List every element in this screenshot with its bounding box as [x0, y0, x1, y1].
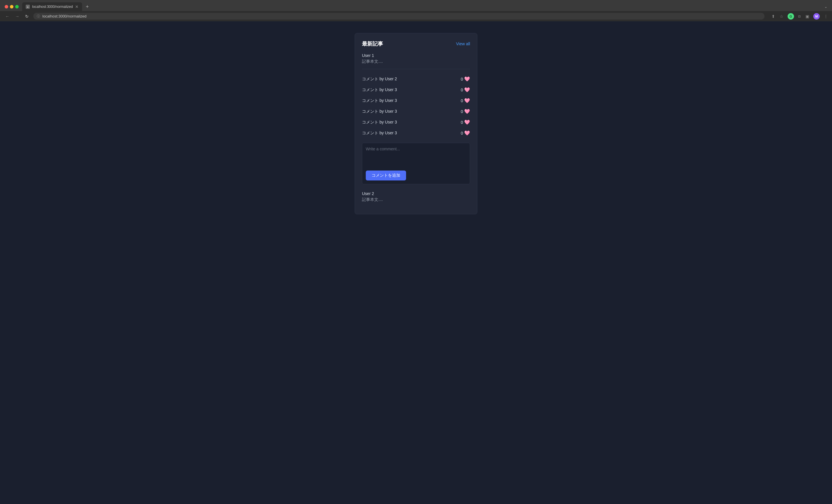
active-tab[interactable]: ▲ localhost:3000/normalized ✕	[22, 2, 82, 11]
back-button[interactable]: ←	[3, 14, 11, 19]
comment-likes[interactable]: 0🩷	[461, 109, 470, 114]
comment-likes[interactable]: 0🩷	[461, 87, 470, 92]
browser-actions: ⬆ ☆ G ⧈ ▣ M ⋮	[771, 13, 829, 20]
heart-icon[interactable]: 🩷	[464, 98, 470, 103]
traffic-lights	[2, 3, 21, 10]
page-content: 最新記事 View all User 1 記事本文.... コメント by Us…	[0, 21, 832, 504]
article-1: User 1 記事本文....	[362, 53, 470, 64]
comment-likes[interactable]: 0🩷	[461, 76, 470, 82]
tab-title: localhost:3000/normalized	[32, 5, 73, 9]
comment-text: コメント by User 3	[362, 131, 397, 136]
comment-item: コメント by User 30🩷	[362, 96, 470, 106]
likes-count: 0	[461, 109, 463, 114]
comment-text: コメント by User 2	[362, 77, 397, 82]
heart-icon[interactable]: 🩷	[464, 109, 470, 114]
forward-button[interactable]: →	[14, 14, 21, 19]
share-button[interactable]: ⬆	[771, 14, 776, 19]
tab-bar-actions: ⌄	[822, 3, 830, 10]
article-2-body: 記事本文....	[362, 197, 470, 202]
article-2: User 2 記事本文....	[362, 191, 470, 202]
divider-1	[362, 69, 470, 69]
profile-button[interactable]: M	[813, 13, 820, 20]
url-text: localhost:3000/normalized	[42, 14, 86, 18]
tab-bar: ▲ localhost:3000/normalized ✕ + ⌄	[0, 0, 832, 11]
comment-likes[interactable]: 0🩷	[461, 130, 470, 136]
address-bar: ← → ↻ ⓘ localhost:3000/normalized ⬆ ☆ G …	[0, 11, 832, 21]
comment-list: コメント by User 20🩷コメント by User 30🩷コメント by …	[362, 74, 470, 138]
heart-icon[interactable]: 🩷	[464, 130, 470, 136]
url-lock-icon: ⓘ	[37, 14, 40, 18]
tab-close-button[interactable]: ✕	[75, 5, 79, 9]
comment-likes[interactable]: 0🩷	[461, 120, 470, 125]
likes-count: 0	[461, 77, 463, 81]
heart-icon[interactable]: 🩷	[464, 120, 470, 125]
comment-likes[interactable]: 0🩷	[461, 98, 470, 103]
articles-card: 最新記事 View all User 1 記事本文.... コメント by Us…	[355, 33, 477, 214]
comment-item: コメント by User 30🩷	[362, 128, 470, 138]
url-bar[interactable]: ⓘ localhost:3000/normalized	[33, 13, 764, 20]
comment-text: コメント by User 3	[362, 109, 397, 114]
article-1-body: 記事本文....	[362, 59, 470, 64]
comment-text: コメント by User 3	[362, 98, 397, 103]
comment-text: コメント by User 3	[362, 87, 397, 92]
add-comment-button[interactable]: コメントを追加	[366, 170, 406, 181]
close-button[interactable]	[5, 5, 8, 8]
sidebar-button[interactable]: ▣	[805, 14, 810, 19]
tab-favicon: ▲	[26, 5, 30, 9]
heart-icon[interactable]: 🩷	[464, 87, 470, 92]
reload-button[interactable]: ↻	[23, 14, 30, 19]
likes-count: 0	[461, 99, 463, 103]
bookmark-button[interactable]: ☆	[779, 14, 784, 19]
likes-count: 0	[461, 88, 463, 92]
article-1-author: User 1	[362, 53, 470, 58]
comment-item: コメント by User 30🩷	[362, 117, 470, 127]
new-tab-button[interactable]: +	[83, 3, 91, 11]
menu-button[interactable]: ⋮	[823, 14, 829, 19]
nav-buttons: ← → ↻	[3, 14, 30, 19]
comment-item: コメント by User 30🩷	[362, 85, 470, 95]
view-all-link[interactable]: View all	[456, 42, 470, 46]
likes-count: 0	[461, 131, 463, 135]
heart-icon[interactable]: 🩷	[464, 76, 470, 82]
extensions-button[interactable]: ⧈	[798, 13, 801, 19]
maximize-button[interactable]	[15, 5, 19, 8]
card-title: 最新記事	[362, 40, 383, 47]
comment-text: コメント by User 3	[362, 120, 397, 125]
browser-chrome: ▲ localhost:3000/normalized ✕ + ⌄ ← → ↻ …	[0, 0, 832, 21]
grammarly-extension-icon[interactable]: G	[787, 13, 794, 20]
comment-input-area: コメントを追加	[362, 143, 470, 184]
comment-item: コメント by User 30🩷	[362, 106, 470, 116]
card-header: 最新記事 View all	[362, 40, 470, 47]
likes-count: 0	[461, 120, 463, 125]
comment-textarea[interactable]	[366, 147, 466, 167]
article-2-author: User 2	[362, 191, 470, 196]
comment-item: コメント by User 20🩷	[362, 74, 470, 84]
minimize-button[interactable]	[10, 5, 14, 8]
